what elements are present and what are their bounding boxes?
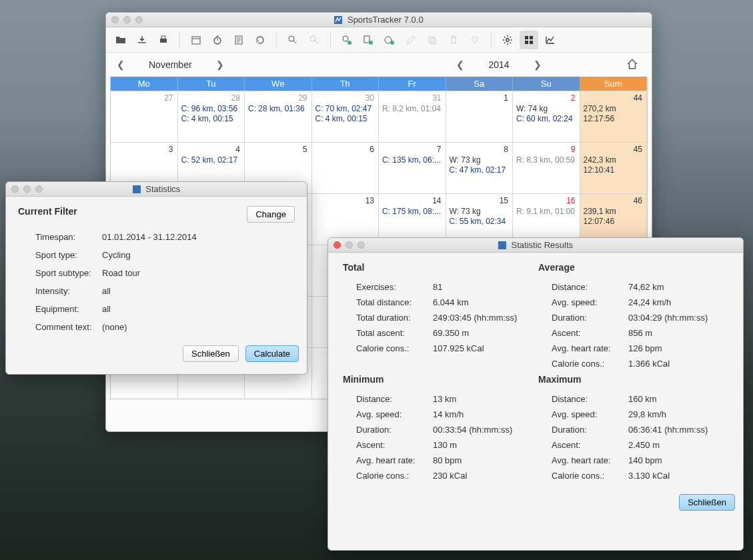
result-label: Ascent: bbox=[356, 440, 433, 450]
svg-point-9 bbox=[347, 41, 351, 45]
close-button[interactable]: Schließen bbox=[183, 345, 239, 362]
day-cell[interactable]: 8W: 73 kgC: 47 km, 02:17 bbox=[446, 142, 514, 193]
svg-rect-10 bbox=[364, 36, 369, 43]
delete-icon[interactable] bbox=[444, 31, 463, 49]
window-title: SportsTracker 7.0.0 bbox=[106, 15, 652, 25]
result-value: 107.925 kCal bbox=[433, 343, 533, 353]
day-number: 9 bbox=[571, 145, 576, 154]
cal-entry: W: 73 kg bbox=[450, 207, 510, 217]
day-number: 45 bbox=[634, 145, 642, 154]
results-title: Statistic Results bbox=[328, 240, 743, 250]
next-year-button[interactable]: ❯ bbox=[534, 59, 542, 70]
svg-rect-19 bbox=[525, 41, 528, 44]
result-row: Ascent:2.450 m bbox=[538, 437, 728, 453]
result-label: Duration: bbox=[356, 425, 433, 435]
heart-icon[interactable] bbox=[466, 31, 484, 49]
svg-rect-1 bbox=[160, 39, 167, 43]
day-cell[interactable]: 7C: 135 km, 06:... bbox=[379, 142, 446, 193]
filter-heading: Current Filter bbox=[18, 206, 77, 217]
day-number: 31 bbox=[432, 93, 441, 103]
result-value: 2.450 m bbox=[628, 440, 728, 450]
filter-value: Road tour bbox=[102, 268, 295, 278]
edit-icon[interactable] bbox=[402, 31, 420, 49]
cal-entry: R: 9,1 km, 01:00 bbox=[516, 207, 576, 217]
day-number: 29 bbox=[298, 93, 307, 103]
filter-value: all bbox=[102, 304, 295, 314]
result-value: 14 km/h bbox=[433, 409, 533, 419]
result-row: Ascent:856 m bbox=[538, 325, 728, 341]
sum-cell: 44270,2 km12:17:56 bbox=[580, 91, 648, 142]
day-cell[interactable]: 2W: 74 kgC: 60 km, 02:24 bbox=[513, 91, 580, 142]
refresh-icon[interactable] bbox=[251, 31, 269, 49]
cal-header: Sa bbox=[446, 77, 514, 91]
change-button[interactable]: Change bbox=[247, 206, 295, 223]
result-row: Calorie cons.:1.366 kCal bbox=[538, 356, 728, 371]
close-button[interactable]: Schließen bbox=[679, 494, 735, 511]
chart-view-icon[interactable] bbox=[541, 31, 560, 49]
open-icon[interactable] bbox=[111, 31, 130, 49]
cal-header: Mo bbox=[111, 77, 178, 91]
save-icon[interactable] bbox=[133, 31, 151, 49]
gear-icon[interactable] bbox=[498, 31, 517, 49]
svg-rect-2 bbox=[161, 36, 165, 39]
result-value: 160 km bbox=[628, 394, 728, 404]
result-section: AverageDistance:74,62 kmAvg. speed:24,24… bbox=[538, 262, 728, 371]
prev-month-button[interactable]: ❮ bbox=[117, 59, 125, 70]
svg-point-11 bbox=[369, 41, 373, 45]
result-label: Distance: bbox=[552, 282, 628, 292]
cal-entry: C: 47 km, 02:17 bbox=[450, 165, 510, 175]
day-cell[interactable]: 9R: 8,3 km, 00:59 bbox=[513, 142, 580, 193]
next-month-button[interactable]: ❯ bbox=[216, 59, 224, 70]
print-icon[interactable] bbox=[154, 31, 173, 49]
statistics-window: Statistics Current Filter Change Timespa… bbox=[5, 181, 307, 375]
cal-entry: C: 52 km, 02:17 bbox=[181, 155, 241, 165]
calendar-icon[interactable] bbox=[187, 31, 205, 49]
cal-header: Sum bbox=[580, 77, 648, 91]
cal-entry: C: 55 km, 02:34 bbox=[450, 217, 510, 227]
filter-label: Timespan: bbox=[35, 232, 102, 242]
note-icon[interactable] bbox=[229, 31, 248, 49]
section-heading: Minimum bbox=[343, 374, 533, 385]
result-value: 81 bbox=[433, 282, 533, 292]
prev-year-button[interactable]: ❮ bbox=[456, 59, 464, 70]
day-cell[interactable]: 6 bbox=[312, 142, 380, 193]
result-value: 06:36:41 (hh:mm:ss) bbox=[628, 425, 728, 435]
day-cell[interactable]: 30C: 70 km, 02:47C: 4 km, 00:15 bbox=[312, 91, 380, 142]
result-value: 130 m bbox=[433, 440, 533, 450]
filter-value: 01.01.2014 - 31.12.2014 bbox=[102, 232, 295, 242]
day-number: 44 bbox=[634, 93, 642, 103]
result-label: Total duration: bbox=[356, 313, 433, 323]
day-cell[interactable]: 29C: 28 km, 01:36 bbox=[245, 91, 312, 142]
grid-view-icon[interactable] bbox=[520, 31, 538, 49]
day-cell[interactable]: 31R: 8,2 km, 01:04 bbox=[379, 91, 446, 142]
add-weight-icon[interactable] bbox=[380, 31, 399, 49]
day-cell[interactable]: 27 bbox=[111, 91, 178, 142]
home-icon[interactable] bbox=[626, 58, 641, 72]
main-titlebar[interactable]: SportsTracker 7.0.0 bbox=[106, 13, 652, 27]
cal-entry: C: 135 km, 06:... bbox=[382, 155, 442, 165]
copy-icon[interactable] bbox=[423, 31, 442, 49]
add-exercise-icon[interactable] bbox=[337, 31, 356, 49]
day-number: 30 bbox=[365, 93, 374, 103]
cal-entry: 12:07:46 bbox=[584, 217, 644, 227]
filter-value: (none) bbox=[102, 322, 295, 332]
cal-entry: 270,2 km bbox=[584, 104, 644, 114]
result-value: 29,8 km/h bbox=[628, 409, 728, 419]
day-cell[interactable]: 28C: 96 km, 03:56C: 4 km, 00:15 bbox=[178, 91, 245, 142]
zoom-in-icon[interactable] bbox=[283, 31, 302, 49]
stopwatch-icon[interactable] bbox=[208, 31, 227, 49]
result-row: Avg. speed:14 km/h bbox=[343, 407, 533, 422]
results-titlebar[interactable]: Statistic Results bbox=[328, 238, 743, 253]
stats-titlebar[interactable]: Statistics bbox=[6, 182, 307, 197]
result-row: Duration:00:33:54 (hh:mm:ss) bbox=[343, 422, 533, 437]
cal-entry: R: 8,2 km, 01:04 bbox=[382, 104, 442, 114]
result-row: Avg. heart rate:80 bpm bbox=[343, 453, 533, 468]
svg-point-13 bbox=[390, 41, 394, 45]
cal-entry: C: 4 km, 00:15 bbox=[181, 114, 241, 124]
result-label: Calorie cons.: bbox=[552, 471, 628, 481]
day-cell[interactable]: 1 bbox=[446, 91, 514, 142]
zoom-out-icon[interactable] bbox=[305, 31, 323, 49]
result-label: Calorie cons.: bbox=[552, 359, 628, 369]
calculate-button[interactable]: Calculate bbox=[245, 345, 299, 362]
add-note-icon[interactable] bbox=[359, 31, 378, 49]
